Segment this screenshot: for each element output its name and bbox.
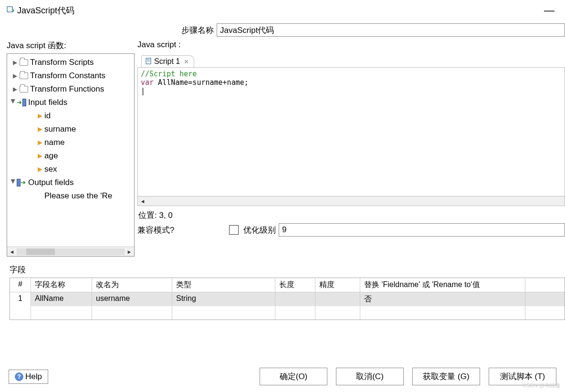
- tree-field-sex[interactable]: ▶ sex: [7, 163, 134, 176]
- tree-transform-constants[interactable]: ▶ Transform Constants: [7, 69, 134, 83]
- tree-label: age: [44, 149, 58, 163]
- tree-output-fields[interactable]: ▶ ➔ Output fields: [7, 176, 134, 189]
- tree-output-hint[interactable]: Please use the 'Re: [7, 189, 134, 203]
- cell-replace[interactable]: 否: [360, 292, 525, 306]
- chevron-right-icon: ▶: [13, 83, 20, 96]
- tree-label: name: [44, 136, 65, 149]
- tree-h-scrollbar[interactable]: ◄ ►: [7, 247, 134, 256]
- cell-precision[interactable]: [315, 292, 360, 306]
- cell-length[interactable]: [275, 292, 315, 306]
- cell-num[interactable]: 1: [10, 292, 31, 306]
- tree-transform-scripts[interactable]: ▶ Transform Scripts: [7, 56, 134, 69]
- functions-panel-title: Java script 函数:: [7, 40, 135, 53]
- cell-type[interactable]: String: [172, 292, 275, 306]
- scroll-left-button[interactable]: ◄: [7, 249, 17, 255]
- col-type[interactable]: 类型: [172, 278, 275, 292]
- table-row-empty[interactable]: [10, 306, 565, 320]
- code-editor[interactable]: //Script here var AllName=surname+name; …: [137, 68, 565, 196]
- tree-label: Input fields: [28, 96, 67, 109]
- functions-tree[interactable]: ▶ Transform Scripts ▶ Transform Constant…: [7, 53, 135, 257]
- col-precision[interactable]: 精度: [315, 278, 360, 292]
- script-icon: [146, 58, 152, 66]
- table-row[interactable]: 1 AllName username String 否: [10, 292, 565, 306]
- tree-field-surname[interactable]: ▶ surname: [7, 123, 134, 136]
- title-bar: JavaScript代码 —: [0, 0, 565, 21]
- cancel-button[interactable]: 取消(C): [336, 368, 404, 385]
- window-title: JavaScript代码: [17, 5, 540, 16]
- tree-label: Transform Functions: [30, 83, 104, 96]
- field-icon: ▶: [38, 163, 42, 176]
- chevron-right-icon: ▶: [13, 56, 20, 69]
- step-name-input[interactable]: [217, 23, 565, 37]
- fields-section-title: 字段: [10, 264, 565, 278]
- ok-button[interactable]: 确定(O): [260, 368, 327, 385]
- script-panel-title: Java script :: [137, 40, 565, 53]
- field-icon: ▶: [38, 149, 42, 163]
- cell-rename[interactable]: username: [92, 292, 172, 306]
- watermark: CSDN @马楠鑫: [523, 382, 560, 389]
- tree-field-id[interactable]: ▶ id: [7, 109, 134, 123]
- window-icon: [7, 6, 14, 15]
- col-num[interactable]: #: [10, 278, 31, 292]
- tree-label: surname: [44, 123, 76, 136]
- col-fieldname[interactable]: 字段名称: [31, 278, 92, 292]
- chevron-down-icon: ▶: [7, 179, 20, 186]
- tree-transform-functions[interactable]: ▶ Transform Functions: [7, 83, 134, 96]
- folder-icon: [20, 86, 28, 93]
- tab-script1[interactable]: Script 1 ✕: [141, 55, 194, 67]
- minimize-button[interactable]: —: [540, 4, 558, 17]
- scroll-left-button[interactable]: ◄: [138, 198, 147, 204]
- tree-label: Transform Scripts: [30, 56, 94, 69]
- compat-mode-label: 兼容模式?: [137, 225, 229, 236]
- svg-rect-0: [7, 7, 12, 12]
- tree-label: sex: [44, 163, 57, 176]
- col-length[interactable]: 长度: [275, 278, 315, 292]
- code-text: AllName=surname+name;: [154, 78, 249, 87]
- tree-label: id: [44, 109, 51, 123]
- step-name-label: 步骤名称: [181, 25, 214, 36]
- help-button[interactable]: ? Help: [9, 370, 48, 384]
- chevron-down-icon: ▶: [7, 99, 20, 106]
- folder-icon: [20, 59, 28, 66]
- close-tab-button[interactable]: ✕: [184, 58, 189, 65]
- step-name-row: 步骤名称: [0, 21, 565, 39]
- scroll-track[interactable]: [17, 248, 125, 255]
- scroll-right-button[interactable]: ►: [125, 249, 134, 255]
- tree-label: Transform Constants: [30, 69, 105, 83]
- field-icon: ▶: [38, 123, 42, 136]
- col-replace[interactable]: 替换 'Fieldname' 或 'Rename to'值: [360, 278, 525, 292]
- help-icon: ?: [15, 372, 23, 381]
- cursor-position: 位置: 3, 0: [137, 208, 565, 222]
- tree-input-fields[interactable]: ▶ ➔ Input fields: [7, 96, 134, 109]
- tab-label: Script 1: [154, 57, 180, 66]
- field-icon: ▶: [38, 136, 42, 149]
- opt-level-input[interactable]: [279, 223, 565, 237]
- code-keyword: var: [141, 78, 154, 87]
- field-icon: ▶: [38, 109, 42, 123]
- tree-field-name[interactable]: ▶ name: [7, 136, 134, 149]
- opt-level-label: 优化级别: [243, 225, 276, 236]
- chevron-right-icon: ▶: [13, 69, 20, 83]
- col-rename[interactable]: 改名为: [92, 278, 172, 292]
- compat-mode-checkbox[interactable]: [229, 225, 239, 235]
- code-h-scrollbar[interactable]: ◄: [137, 196, 565, 206]
- get-vars-button[interactable]: 获取变量 (G): [412, 368, 480, 385]
- fields-table[interactable]: # 字段名称 改名为 类型 长度 精度 替换 'Fieldname' 或 'Re…: [10, 278, 565, 320]
- code-comment: //Script here: [141, 70, 197, 78]
- cell-fieldname[interactable]: AllName: [31, 292, 92, 306]
- tree-label: Please use the 'Re: [44, 189, 112, 203]
- tree-label: Output fields: [28, 176, 73, 189]
- folder-icon: [20, 72, 28, 79]
- help-label: Help: [25, 372, 42, 382]
- tree-field-age[interactable]: ▶ age: [7, 149, 134, 163]
- script-tabbar: Script 1 ✕: [137, 53, 565, 68]
